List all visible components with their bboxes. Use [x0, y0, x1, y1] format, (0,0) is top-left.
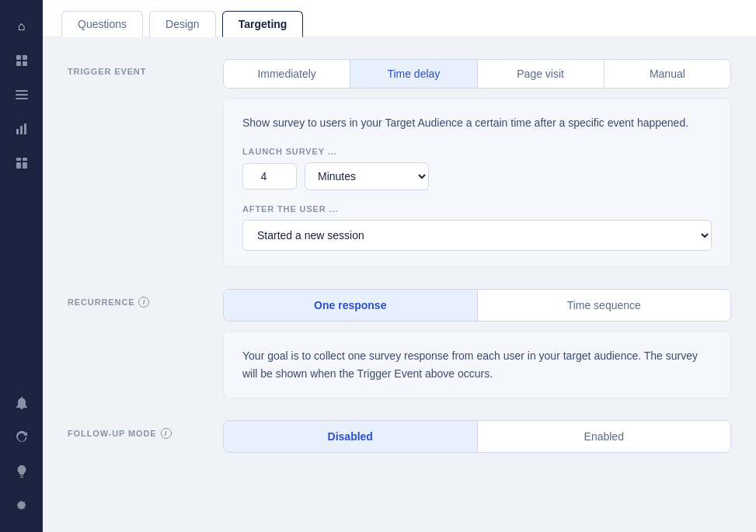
- trigger-tab-group: Immediately Time delay Page visit Manual: [223, 59, 731, 89]
- trigger-event-section: TRIGGER EVENT Immediately Time delay Pag…: [68, 59, 731, 267]
- recurrence-content: One response Time sequence Your goal is …: [223, 289, 731, 398]
- tab-questions[interactable]: Questions: [61, 11, 143, 37]
- refresh-icon[interactable]: [8, 423, 36, 451]
- trigger-description: Show survey to users in your Target Audi…: [242, 114, 712, 131]
- svg-rect-9: [24, 123, 26, 134]
- bulb-icon[interactable]: [8, 457, 36, 485]
- event-type-select[interactable]: Started a new session Visited a page Cli…: [242, 220, 712, 251]
- svg-rect-6: [16, 98, 28, 99]
- dashboard-icon[interactable]: [8, 149, 36, 177]
- launch-survey-label: LAUNCH SURVEY ...: [242, 147, 712, 156]
- delay-value-input[interactable]: [242, 163, 297, 190]
- svg-rect-8: [20, 126, 23, 134]
- svg-rect-3: [23, 61, 27, 66]
- page-content: TRIGGER EVENT Immediately Time delay Pag…: [43, 37, 756, 532]
- trigger-event-content: Immediately Time delay Page visit Manual…: [223, 59, 731, 267]
- tab-design[interactable]: Design: [149, 11, 216, 37]
- trigger-event-label: TRIGGER EVENT: [68, 59, 223, 76]
- svg-rect-10: [16, 158, 21, 161]
- svg-rect-4: [16, 90, 28, 92]
- follow-up-info-icon: i: [161, 428, 172, 439]
- grid-icon[interactable]: [8, 47, 36, 75]
- trigger-tab-page-visit[interactable]: Page visit: [478, 60, 604, 88]
- recurrence-one-response[interactable]: One response: [224, 290, 478, 321]
- svg-rect-7: [16, 129, 19, 134]
- trigger-event-panel: Show survey to users in your Target Audi…: [223, 98, 731, 267]
- svg-rect-5: [16, 94, 28, 96]
- svg-rect-13: [23, 162, 27, 169]
- home-icon[interactable]: ⌂: [8, 12, 36, 40]
- after-user-label: AFTER THE USER ...: [242, 204, 712, 214]
- main-content: Questions Design Targeting TRIGGER EVENT…: [43, 0, 756, 532]
- menu-icon[interactable]: [8, 81, 36, 109]
- recurrence-section: RECURRENCE i One response Time sequence …: [68, 289, 731, 398]
- trigger-tab-immediately[interactable]: Immediately: [224, 60, 350, 88]
- bell-icon[interactable]: [8, 389, 36, 417]
- recurrence-description: Your goal is to collect one survey respo…: [242, 347, 712, 382]
- svg-rect-0: [16, 55, 21, 60]
- follow-up-enabled[interactable]: Enabled: [478, 421, 731, 452]
- trigger-tab-manual[interactable]: Manual: [604, 60, 730, 88]
- recurrence-toggle-group: One response Time sequence: [223, 289, 731, 322]
- trigger-tab-time-delay[interactable]: Time delay: [350, 60, 477, 88]
- svg-rect-12: [16, 162, 21, 169]
- tab-targeting[interactable]: Targeting: [222, 11, 304, 37]
- follow-up-content: Disabled Enabled: [223, 420, 731, 453]
- recurrence-info-icon: i: [138, 297, 149, 308]
- chart-icon[interactable]: [8, 115, 36, 143]
- gear-icon[interactable]: [8, 492, 36, 520]
- follow-up-toggle-group: Disabled Enabled: [223, 420, 731, 453]
- top-tab-bar: Questions Design Targeting: [43, 0, 756, 37]
- follow-up-disabled[interactable]: Disabled: [224, 421, 478, 452]
- follow-up-label: FOLLOW-UP MODE i: [68, 420, 223, 439]
- svg-rect-11: [23, 158, 27, 161]
- sidebar: ⌂: [0, 0, 43, 532]
- recurrence-label: RECURRENCE i: [68, 289, 223, 308]
- launch-survey-fields: Minutes Hours Days: [242, 162, 712, 190]
- follow-up-section: FOLLOW-UP MODE i Disabled Enabled: [68, 420, 731, 453]
- svg-rect-2: [16, 61, 21, 66]
- svg-rect-1: [23, 55, 27, 60]
- recurrence-time-sequence[interactable]: Time sequence: [478, 290, 731, 321]
- recurrence-panel: Your goal is to collect one survey respo…: [223, 331, 731, 398]
- delay-unit-select[interactable]: Minutes Hours Days: [305, 162, 429, 190]
